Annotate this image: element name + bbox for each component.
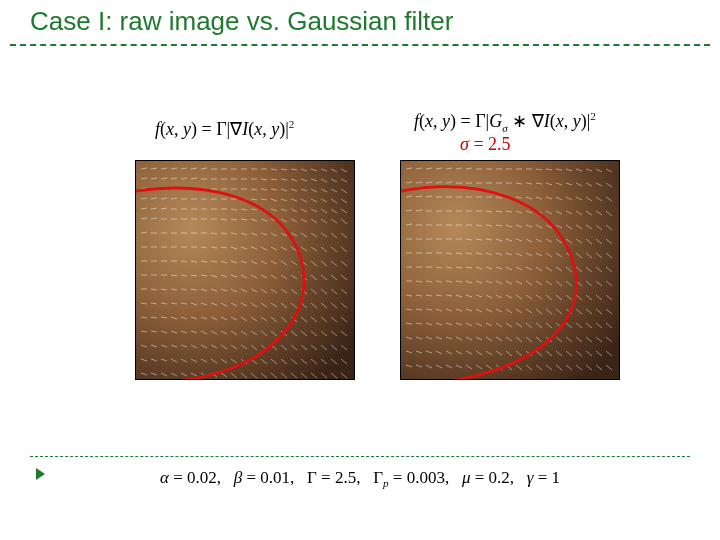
vector-field-gaussian xyxy=(401,161,620,380)
Gamma: Γ xyxy=(216,119,226,139)
G: G xyxy=(489,111,502,131)
eq: = xyxy=(389,468,407,487)
x: x xyxy=(425,111,433,131)
slide-title: Case I: raw image vs. Gaussian filter xyxy=(30,6,453,37)
Gammap-sym: Γ xyxy=(373,468,383,487)
eq: = xyxy=(242,468,260,487)
sq: 2 xyxy=(590,110,596,122)
vector-field-raw xyxy=(136,161,355,380)
x: x xyxy=(166,119,174,139)
svg-rect-0 xyxy=(136,161,355,380)
sep: , xyxy=(510,468,527,487)
y: y xyxy=(183,119,191,139)
formula-raw: f(x, y) = Γ|∇I(x, y)|2 xyxy=(155,118,294,140)
sep: , xyxy=(356,468,373,487)
sep: , xyxy=(290,468,307,487)
val: 2.5 xyxy=(488,134,511,154)
sep: , xyxy=(217,468,234,487)
y: y xyxy=(442,111,450,131)
alpha-val: 0.02 xyxy=(187,468,217,487)
beta-val: 0.01 xyxy=(260,468,290,487)
sq: 2 xyxy=(289,118,295,130)
eq: = xyxy=(456,111,475,131)
parameters: α = 0.02, β = 0.01, Γ = 2.5, Γp = 0.003,… xyxy=(0,468,720,489)
y: y xyxy=(271,119,279,139)
alpha-sym: α xyxy=(160,468,169,487)
eq: = xyxy=(470,468,488,487)
ast: ∗ xyxy=(508,111,532,131)
footer-separator xyxy=(30,456,690,457)
eq: = xyxy=(197,119,216,139)
mu-val: 0.2 xyxy=(489,468,510,487)
eq: = xyxy=(533,468,551,487)
gamma-val: 1 xyxy=(552,468,561,487)
Gamma-val: 2.5 xyxy=(335,468,356,487)
svg-rect-1 xyxy=(401,161,620,380)
sigma-value: σ = 2.5 xyxy=(460,134,511,155)
Gamma-sym: Γ xyxy=(307,468,317,487)
eq: = xyxy=(317,468,335,487)
nabla: ∇ xyxy=(230,119,242,139)
x: x xyxy=(254,119,262,139)
nabla: ∇ xyxy=(532,111,544,131)
panel-raw xyxy=(135,160,355,380)
Gammap-val: 0.003 xyxy=(407,468,445,487)
eq: = xyxy=(169,468,187,487)
comma: , xyxy=(174,119,183,139)
comma: , xyxy=(564,111,573,131)
x: x xyxy=(556,111,564,131)
comma: , xyxy=(262,119,271,139)
sigma-sym: σ xyxy=(460,134,469,154)
panel-gaussian xyxy=(400,160,620,380)
beta-sym: β xyxy=(234,468,242,487)
y: y xyxy=(573,111,581,131)
formula-gaussian: f(x, y) = Γ|Gσ ∗ ∇I(x, y)|2 xyxy=(414,110,596,134)
Gamma: Γ xyxy=(475,111,485,131)
comma: , xyxy=(433,111,442,131)
title-underline xyxy=(10,44,710,46)
sep: , xyxy=(445,468,462,487)
eq: = xyxy=(469,134,488,154)
